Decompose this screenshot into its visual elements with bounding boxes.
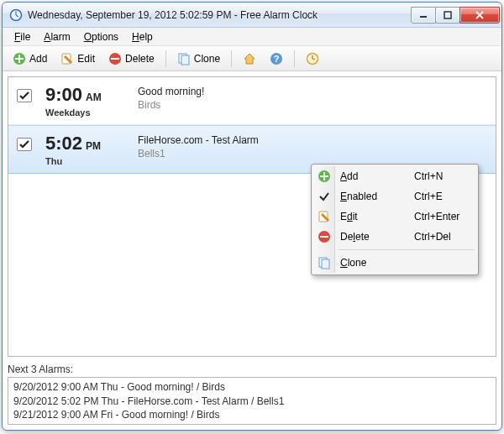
toolbar: Add Edit Delete Clone ? [3, 46, 501, 71]
clone-label: Clone [194, 53, 220, 65]
minus-icon [108, 52, 122, 65]
plus-icon [13, 52, 26, 65]
clock-icon [306, 52, 319, 65]
delete-button[interactable]: Delete [103, 50, 160, 68]
context-edit[interactable]: Edit Ctrl+Enter [313, 207, 476, 227]
next-alarms-box: 9/20/2012 9:00 AM Thu - Good morning! / … [8, 377, 496, 425]
menu-options[interactable]: Options [77, 29, 125, 44]
alarm-time-block: 9:00AMWeekdays [45, 84, 138, 118]
help-button[interactable]: ? [265, 50, 288, 68]
context-add-label: Add [340, 170, 358, 182]
alarm-days: Weekdays [45, 107, 138, 118]
svg-rect-14 [181, 55, 189, 65]
alarm-ampm: AM [86, 92, 102, 103]
svg-rect-9 [15, 58, 24, 60]
alarm-time-block: 5:02PMThu [45, 133, 138, 166]
context-delete-shortcut: Ctrl+Del [414, 231, 451, 243]
add-label: Add [29, 53, 47, 65]
context-add-shortcut: Ctrl+N [414, 170, 443, 182]
context-edit-shortcut: Ctrl+Enter [414, 211, 459, 222]
help-icon: ? [270, 52, 283, 65]
alarm-description: FileHorse.com - Test AlarmBells1 [138, 133, 259, 159]
context-clone[interactable]: Clone [313, 253, 476, 273]
svg-rect-3 [420, 16, 427, 18]
svg-rect-22 [320, 175, 328, 177]
next-alarm-line: 9/20/2012 5:02 PM Thu - FileHorse.com - … [13, 395, 491, 408]
svg-rect-4 [444, 12, 451, 18]
alarm-checkbox[interactable] [17, 138, 32, 151]
add-button[interactable]: Add [8, 50, 52, 68]
context-separator [339, 249, 475, 250]
next-alarm-line: 9/20/2012 9:00 AM Thu - Good morning! / … [13, 380, 491, 394]
check-icon [318, 190, 331, 203]
alarm-title: Good morning! [138, 86, 204, 97]
clock-button[interactable] [301, 50, 324, 68]
alarm-days: Thu [45, 156, 138, 166]
alarm-row[interactable]: 9:00AMWeekdaysGood morning!Birds [8, 77, 496, 125]
minus-icon [318, 230, 331, 243]
alarm-title: FileHorse.com - Test Alarm [138, 134, 259, 146]
home-icon [243, 52, 256, 65]
svg-rect-27 [322, 259, 329, 269]
alarm-checkbox[interactable] [17, 89, 32, 102]
menu-help[interactable]: Help [125, 29, 160, 44]
minimize-button[interactable] [411, 7, 436, 24]
next-alarms-label: Next 3 Alarms: [8, 363, 496, 375]
edit-label: Edit [77, 53, 95, 65]
alarm-sound: Birds [138, 99, 204, 111]
context-enabled-label: Enabled [340, 191, 377, 202]
context-delete[interactable]: Delete Ctrl+Del [313, 227, 476, 247]
alarm-time: 5:02 [45, 133, 82, 154]
toolbar-separator [165, 50, 166, 67]
home-button[interactable] [238, 50, 261, 68]
edit-icon [318, 210, 331, 223]
delete-label: Delete [125, 53, 155, 65]
maximize-button[interactable] [435, 7, 460, 24]
edit-icon [60, 52, 74, 65]
clone-button[interactable]: Clone [172, 50, 225, 68]
window-title: Wednesday, September 19, 2012 5:02:59 PM… [28, 9, 412, 21]
menu-alarm[interactable]: Alarm [37, 29, 76, 44]
context-delete-label: Delete [340, 231, 370, 243]
edit-button[interactable]: Edit [55, 50, 100, 68]
app-icon [9, 8, 23, 22]
alarm-sound: Bells1 [138, 148, 259, 159]
alarm-ampm: PM [86, 140, 101, 152]
next-alarm-line: 9/21/2012 9:00 AM Fri - Good morning! / … [13, 408, 491, 421]
clone-icon [318, 256, 331, 269]
context-clone-label: Clone [340, 257, 366, 269]
toolbar-separator [294, 50, 295, 67]
context-edit-label: Edit [340, 211, 358, 222]
alarm-time: 9:00 [45, 84, 82, 106]
svg-rect-25 [320, 236, 328, 238]
svg-rect-12 [111, 58, 119, 60]
menubar: File Alarm Options Help [3, 28, 501, 46]
toolbar-separator [231, 50, 232, 67]
window-controls [412, 7, 500, 24]
svg-text:?: ? [274, 54, 280, 64]
clone-icon [177, 52, 191, 65]
close-button[interactable] [459, 7, 500, 24]
context-enabled-shortcut: Ctrl+E [414, 191, 443, 202]
menu-file[interactable]: File [8, 29, 37, 44]
alarm-description: Good morning!Birds [138, 84, 204, 111]
titlebar[interactable]: Wednesday, September 19, 2012 5:02:59 PM… [3, 3, 501, 28]
plus-icon [318, 170, 331, 183]
context-enabled[interactable]: Enabled Ctrl+E [313, 186, 476, 207]
context-add[interactable]: Add Ctrl+N [313, 166, 476, 186]
context-menu: Add Ctrl+N Enabled Ctrl+E Edit Ctrl+Ente… [311, 164, 479, 275]
